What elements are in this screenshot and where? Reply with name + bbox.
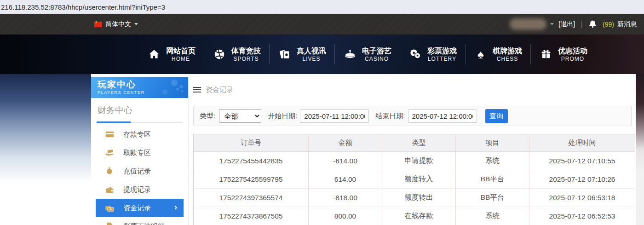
nav-item-promo[interactable]: 优惠活动 PROMO <box>531 44 596 64</box>
wallet-icon <box>105 186 114 193</box>
nav-label-zh: 优惠活动 <box>558 46 587 56</box>
cell-order-no: 1752274373867505 <box>194 207 309 225</box>
cell-project: BB平台 <box>456 170 529 189</box>
cell-time: 2025-07-12 07:10:55 <box>529 152 635 170</box>
page-title: 资金记录 <box>206 86 233 94</box>
background-banner-left <box>0 74 91 225</box>
nav-item-chess[interactable]: 棋牌游戏 CHESS <box>466 44 531 64</box>
page-header: 资金记录 <box>193 85 635 94</box>
filter-bar: 类型: 全部 开始日期: 结束日期: 查询 <box>193 106 632 126</box>
table-header-row: 订单号 金额 类型 项目 处理时间 <box>194 134 635 152</box>
nav-label-en: LIVES <box>302 56 320 63</box>
bet-detail-icon <box>105 222 114 225</box>
end-date-label: 结束日期: <box>375 112 405 121</box>
sidebar-section-title: 财务中心 <box>91 98 188 122</box>
nav-label-en: PROMO <box>561 56 584 63</box>
page-url: 216.118.235.52:8783/hhcp/usercenter.html… <box>0 3 165 11</box>
start-date-label: 开始日期: <box>268 112 297 121</box>
cell-time: 2025-07-12 06:53:18 <box>529 189 635 207</box>
cell-order-no: 1752275455442835 <box>194 152 309 170</box>
nav-item-home[interactable]: 网站首页 HOME <box>139 44 204 64</box>
column-header-amount: 金额 <box>309 134 382 152</box>
sidebar-item-withdraw[interactable]: 取款专区 <box>96 144 184 162</box>
cell-type: 在线存款 <box>382 207 456 225</box>
sidebar-item-label: 彩票下注明细 <box>123 222 165 225</box>
sidebar-item-deposit[interactable]: 存款专区 <box>96 125 184 144</box>
table-row: 1752274373867505 800.00 在线存款 系统 2025-07-… <box>194 207 635 225</box>
nav-item-lottery[interactable]: 彩票游戏 LOTTERY <box>400 44 466 64</box>
sidebar-header: 玩家中心 PLAYERS CENTER <box>91 77 188 98</box>
table-row: 1752275455442835 -614.00 申请提款 系统 2025-07… <box>194 152 635 170</box>
cell-amount: 614.00 <box>309 170 382 189</box>
nav-label-en: LOTTERY <box>428 56 456 63</box>
cell-project: 系统 <box>456 207 529 225</box>
nav-item-lives[interactable]: 真人视讯 LIVES <box>270 44 335 64</box>
sidebar-item-label: 资金记录 <box>123 204 151 213</box>
withdraw-hand-icon <box>105 149 114 157</box>
cell-time: 2025-07-12 06:52:53 <box>529 207 635 225</box>
money-bag-icon <box>105 167 114 175</box>
main-navigation: 网站首页 HOME 体育竞技 SPORTS 真人视讯 LIVES <box>0 35 644 74</box>
background-banner-right <box>636 74 644 225</box>
search-button[interactable]: 查询 <box>485 109 508 123</box>
chevron-down-icon <box>134 23 138 25</box>
cell-amount: 800.00 <box>309 207 382 225</box>
nav-label-zh: 电子游艺 <box>362 46 391 56</box>
chevron-down-icon[interactable] <box>550 23 554 25</box>
nav-label-en: SPORTS <box>233 56 259 63</box>
sidebar-item-label: 取款专区 <box>123 149 151 157</box>
cell-type: 额度转入 <box>382 170 456 189</box>
sidebar-item-label: 充值记录 <box>123 167 151 176</box>
sidebar-item-label: 提现记录 <box>123 185 151 194</box>
hamburger-icon <box>193 87 201 93</box>
nav-label-zh: 真人视讯 <box>297 46 326 56</box>
sidebar-item-lottery-bet-detail[interactable]: 彩票下注明细 <box>96 217 184 225</box>
player-center-sidebar: 玩家中心 PLAYERS CENTER 财务中心 存款专区 取款专区 充值记录 <box>91 77 189 225</box>
nav-item-casino[interactable]: 电子游艺 CASINO <box>335 44 400 64</box>
bell-icon[interactable] <box>588 19 597 29</box>
end-date-input[interactable] <box>408 110 477 123</box>
gamepad-icon <box>156 78 185 98</box>
nav-item-sports[interactable]: 体育竞技 SPORTS <box>204 44 270 64</box>
nav-label-en: CHESS <box>497 56 518 63</box>
messages-link[interactable]: 新消息 <box>617 20 637 29</box>
start-date-input[interactable] <box>300 110 369 123</box>
lottery-balls-icon <box>408 48 422 60</box>
message-count[interactable]: (99) <box>603 21 614 28</box>
gift-icon <box>539 48 553 60</box>
funds-record-table: 订单号 金额 类型 项目 处理时间 1752275455442835 -614.… <box>193 134 635 225</box>
cell-order-no: 1752274397365574 <box>194 189 309 207</box>
cell-project: BB平台 <box>456 189 529 207</box>
sidebar-item-recharge-record[interactable]: 充值记录 <box>96 162 184 180</box>
column-header-type: 类型 <box>382 134 456 152</box>
nav-label-en: CASINO <box>365 56 389 63</box>
sidebar-menu: 存款专区 取款专区 充值记录 提现记录 资金记录 <box>96 125 184 225</box>
basketball-icon <box>213 48 226 60</box>
sidebar-item-label: 存款专区 <box>123 130 151 139</box>
banknotes-icon <box>105 204 114 212</box>
logout-link[interactable]: [退出] <box>558 20 575 29</box>
language-selector[interactable]: 简体中文 <box>94 20 138 29</box>
username-blurred[interactable] <box>510 18 546 30</box>
divider <box>581 21 582 28</box>
nav-label-en: HOME <box>172 56 190 63</box>
nav-items: 网站首页 HOME 体育竞技 SPORTS 真人视讯 LIVES <box>139 35 596 74</box>
nav-label-zh: 彩票游戏 <box>427 46 457 56</box>
cell-amount: -614.00 <box>309 152 382 170</box>
table-row: 1752274397365574 -818.00 额度转出 BB平台 2025-… <box>194 189 635 207</box>
cell-order-no: 1752275425599795 <box>194 170 309 189</box>
cards-icon <box>278 48 292 61</box>
china-flag-icon <box>94 22 102 27</box>
sidebar-item-funds-record[interactable]: 资金记录 <box>96 199 184 217</box>
home-icon <box>147 48 161 60</box>
column-header-project: 项目 <box>456 134 529 152</box>
cell-type: 额度转出 <box>382 189 456 207</box>
nav-label-zh: 网站首页 <box>166 46 196 56</box>
type-select[interactable]: 全部 <box>219 109 261 123</box>
cell-time: 2025-07-12 07:10:26 <box>529 170 635 189</box>
language-label: 简体中文 <box>105 20 131 29</box>
type-label: 类型: <box>200 112 215 121</box>
browser-url-bar[interactable]: 216.118.235.52:8783/hhcp/usercenter.html… <box>0 0 644 14</box>
column-header-time: 处理时间 <box>529 134 635 152</box>
sidebar-item-withdrawal-record[interactable]: 提现记录 <box>96 180 184 199</box>
